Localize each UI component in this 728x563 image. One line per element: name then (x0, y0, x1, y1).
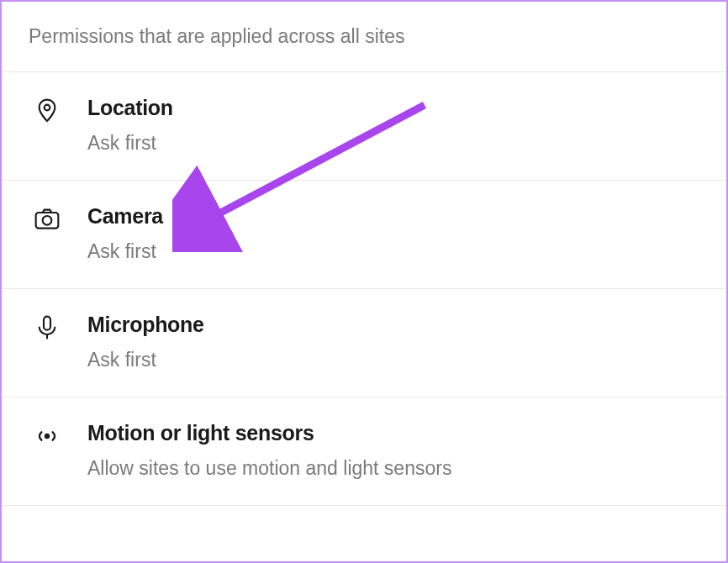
permissions-panel: Permissions that are applied across all … (0, 0, 728, 563)
permission-content: Camera Ask first (87, 204, 163, 263)
motion-sensor-icon (32, 423, 62, 453)
permission-subtitle: Ask first (87, 132, 173, 155)
svg-rect-1 (36, 213, 59, 229)
permission-row-microphone[interactable]: Microphone Ask first (2, 289, 726, 397)
svg-point-0 (45, 105, 50, 111)
permission-row-camera[interactable]: Camera Ask first (2, 181, 726, 289)
svg-point-5 (45, 434, 49, 438)
camera-icon (32, 206, 62, 236)
permission-content: Microphone Ask first (87, 313, 204, 371)
permission-subtitle: Ask first (87, 240, 163, 263)
location-icon (32, 97, 62, 128)
permission-subtitle: Ask first (87, 349, 204, 371)
permission-content: Motion or light sensors Allow sites to u… (87, 421, 451, 480)
permissions-header: Permissions that are applied across all … (2, 2, 726, 72)
permission-subtitle: Allow sites to use motion and light sens… (87, 457, 451, 480)
permission-row-motion-sensors[interactable]: Motion or light sensors Allow sites to u… (2, 397, 726, 506)
permission-title: Microphone (87, 313, 204, 337)
permission-title: Location (87, 96, 173, 120)
permissions-header-text: Permissions that are applied across all … (29, 25, 699, 48)
permission-row-location[interactable]: Location Ask first (2, 72, 726, 181)
permission-title: Camera (87, 204, 163, 229)
microphone-icon (32, 314, 62, 345)
permission-title: Motion or light sensors (87, 421, 451, 445)
permission-content: Location Ask first (87, 96, 173, 155)
svg-point-2 (43, 216, 52, 225)
svg-rect-3 (44, 317, 50, 330)
